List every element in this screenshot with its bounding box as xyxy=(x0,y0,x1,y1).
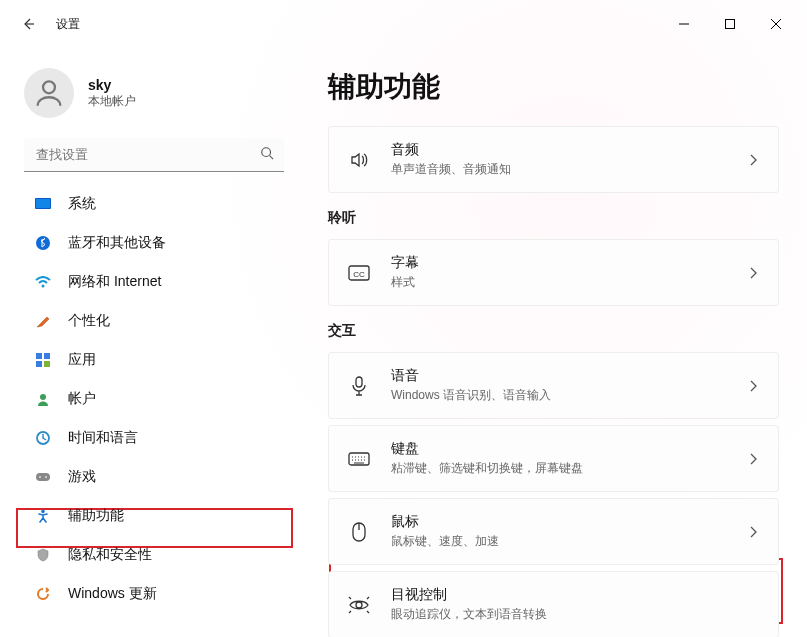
gamepad-icon xyxy=(34,468,52,486)
arrow-left-icon xyxy=(20,16,36,32)
search-icon xyxy=(260,146,274,164)
accessibility-icon xyxy=(34,507,52,525)
card-audio[interactable]: 音频 单声道音频、音频通知 xyxy=(328,126,779,193)
user-name: sky xyxy=(88,77,136,93)
captions-icon: CC xyxy=(347,261,371,285)
chevron-right-icon xyxy=(746,266,760,280)
shield-icon xyxy=(34,546,52,564)
brush-icon xyxy=(34,312,52,330)
chevron-right-icon xyxy=(746,525,760,539)
card-subtitle: 鼠标键、速度、加速 xyxy=(391,533,726,550)
mouse-icon xyxy=(347,520,371,544)
card-mouse[interactable]: 鼠标 鼠标键、速度、加速 xyxy=(328,498,779,565)
card-subtitle: 粘滞键、筛选键和切换键，屏幕键盘 xyxy=(391,460,726,477)
section-interaction: 交互 xyxy=(328,322,779,340)
card-eye-control[interactable]: 目视控制 眼动追踪仪，文本到语音转换 xyxy=(328,571,779,637)
nav-label: 辅助功能 xyxy=(68,507,124,525)
svg-point-15 xyxy=(45,476,47,478)
account-icon xyxy=(34,390,52,408)
card-title: 鼠标 xyxy=(391,513,726,531)
svg-rect-13 xyxy=(36,473,50,481)
svg-rect-7 xyxy=(36,353,42,359)
maximize-icon xyxy=(725,19,735,29)
nav-label: 蓝牙和其他设备 xyxy=(68,234,166,252)
eye-icon xyxy=(347,593,371,617)
nav-label: 隐私和安全性 xyxy=(68,546,152,564)
svg-point-11 xyxy=(40,394,46,400)
nav-label: 应用 xyxy=(68,351,96,369)
nav-accounts[interactable]: 帐户 xyxy=(16,380,292,418)
nav-update[interactable]: Windows 更新 xyxy=(16,575,292,613)
card-keyboard[interactable]: 键盘 粘滞键、筛选键和切换键，屏幕键盘 xyxy=(328,425,779,492)
update-icon xyxy=(34,585,52,603)
svg-text:CC: CC xyxy=(353,269,365,278)
chevron-right-icon xyxy=(746,452,760,466)
svg-point-14 xyxy=(39,476,41,478)
svg-point-22 xyxy=(356,602,362,608)
search-box[interactable] xyxy=(24,138,284,172)
svg-point-2 xyxy=(262,148,271,157)
maximize-button[interactable] xyxy=(707,8,753,40)
clock-icon xyxy=(34,429,52,447)
card-captions[interactable]: CC 字幕 样式 xyxy=(328,239,779,306)
card-subtitle: Windows 语音识别、语音输入 xyxy=(391,387,726,404)
nav-apps[interactable]: 应用 xyxy=(16,341,292,379)
minimize-button[interactable] xyxy=(661,8,707,40)
nav-label: 时间和语言 xyxy=(68,429,138,447)
wifi-icon xyxy=(34,273,52,291)
avatar xyxy=(24,68,74,118)
close-button[interactable] xyxy=(753,8,799,40)
card-subtitle: 样式 xyxy=(391,274,726,291)
nav-network[interactable]: 网络和 Internet xyxy=(16,263,292,301)
nav-accessibility[interactable]: 辅助功能 xyxy=(16,497,292,535)
card-subtitle: 眼动追踪仪，文本到语音转换 xyxy=(391,606,760,623)
nav-label: Windows 更新 xyxy=(68,585,157,603)
svg-rect-0 xyxy=(726,20,735,29)
svg-rect-4 xyxy=(36,199,50,208)
section-hearing: 聆听 xyxy=(328,209,779,227)
minimize-icon xyxy=(679,19,689,29)
bluetooth-icon xyxy=(34,234,52,252)
user-profile[interactable]: sky 本地帐户 xyxy=(8,56,300,130)
window-controls xyxy=(661,8,799,40)
window-title: 设置 xyxy=(56,16,80,33)
card-title: 音频 xyxy=(391,141,726,159)
keyboard-icon xyxy=(347,447,371,471)
chevron-right-icon xyxy=(746,379,760,393)
svg-point-16 xyxy=(41,510,45,514)
nav-label: 游戏 xyxy=(68,468,96,486)
sidebar: sky 本地帐户 系统 蓝牙和其他设备 xyxy=(0,48,300,637)
nav-personalization[interactable]: 个性化 xyxy=(16,302,292,340)
nav-label: 个性化 xyxy=(68,312,110,330)
back-button[interactable] xyxy=(8,4,48,44)
user-type: 本地帐户 xyxy=(88,93,136,110)
nav-bluetooth[interactable]: 蓝牙和其他设备 xyxy=(16,224,292,262)
person-icon xyxy=(32,76,66,110)
nav-gaming[interactable]: 游戏 xyxy=(16,458,292,496)
card-title: 字幕 xyxy=(391,254,726,272)
nav-label: 系统 xyxy=(68,195,96,213)
nav-list: 系统 蓝牙和其他设备 网络和 Internet 个性化 应用 xyxy=(8,184,300,629)
card-voice[interactable]: 语音 Windows 语音识别、语音输入 xyxy=(328,352,779,419)
card-title: 目视控制 xyxy=(391,586,760,604)
nav-time[interactable]: 时间和语言 xyxy=(16,419,292,457)
card-title: 键盘 xyxy=(391,440,726,458)
system-icon xyxy=(34,195,52,213)
apps-icon xyxy=(34,351,52,369)
svg-point-1 xyxy=(43,81,55,93)
speaker-icon xyxy=(347,148,371,172)
card-subtitle: 单声道音频、音频通知 xyxy=(391,161,726,178)
search-input[interactable] xyxy=(24,138,284,172)
close-icon xyxy=(771,19,781,29)
microphone-icon xyxy=(347,374,371,398)
nav-privacy[interactable]: 隐私和安全性 xyxy=(16,536,292,574)
nav-label: 网络和 Internet xyxy=(68,273,161,291)
nav-label: 帐户 xyxy=(68,390,96,408)
svg-rect-10 xyxy=(44,361,50,367)
svg-rect-19 xyxy=(356,377,362,387)
svg-rect-8 xyxy=(44,353,50,359)
nav-system[interactable]: 系统 xyxy=(16,185,292,223)
chevron-right-icon xyxy=(746,153,760,167)
svg-point-6 xyxy=(42,285,45,288)
main-content: 辅助功能 音频 单声道音频、音频通知 聆听 CC 字幕 样式 交互 xyxy=(300,48,807,637)
